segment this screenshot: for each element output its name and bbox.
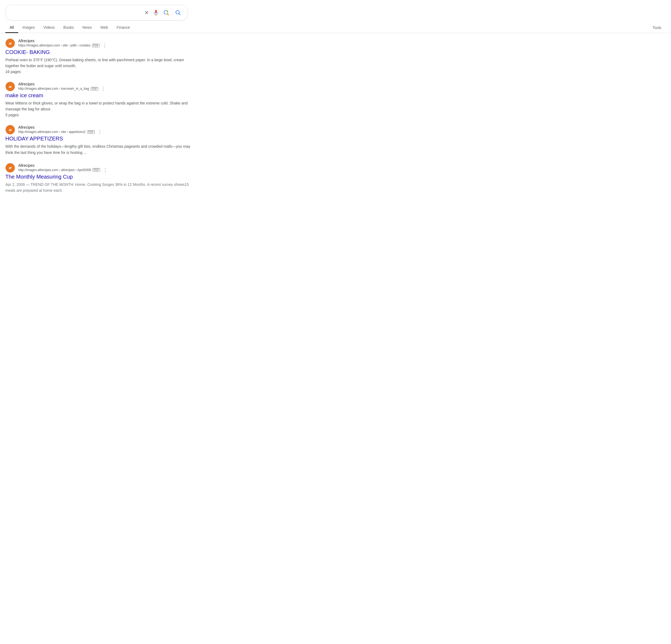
result-2-url-row: http://images.allrecipes.com › icecream_… — [18, 86, 106, 91]
result-2-site-info: Allrecipes http://images.allrecipes.com … — [18, 82, 106, 91]
allrecipes-logo-3: ar — [5, 125, 15, 135]
result-3-pdf-badge: PDF — [87, 130, 95, 134]
result-1-more-button[interactable]: ⋮ — [102, 43, 107, 48]
result-3-title[interactable]: HOLIDAY APPETIZERS — [5, 136, 199, 142]
lens-icon — [163, 9, 169, 16]
result-3-site-name: Allrecipes — [18, 125, 102, 129]
lens-button[interactable] — [163, 9, 169, 16]
mic-icon — [153, 9, 159, 16]
search-icons: ✕ — [144, 8, 183, 17]
result-1-site-name: Allrecipes — [18, 39, 107, 43]
result-4-url: http://images.allrecipes.com › allrecipe… — [18, 168, 91, 172]
result-1-url-row: https://images.allrecipes.com › site › p… — [18, 43, 107, 48]
search-input[interactable]: site:allrecipes.com inurl:pdf — [11, 10, 142, 15]
result-2-pages: 5 pages — [5, 113, 19, 117]
allrecipes-logo-4: ar — [5, 163, 15, 173]
svg-rect-0 — [155, 10, 157, 13]
result-4-more-button[interactable]: ⋮ — [103, 168, 107, 172]
result-2: ar Allrecipes http://images.allrecipes.c… — [5, 82, 199, 117]
tools-button[interactable]: Tools — [648, 23, 666, 33]
result-4-site-name: Allrecipes — [18, 163, 107, 168]
allrecipes-logo-2: ar — [5, 82, 15, 91]
tab-books[interactable]: Books — [59, 23, 78, 33]
result-1-pdf-badge: PDF — [92, 44, 100, 47]
result-1-url: https://images.allrecipes.com › site › p… — [18, 44, 90, 47]
result-1-pages: 16 pages — [5, 70, 21, 74]
allrecipes-logo-1: ar — [5, 38, 15, 48]
result-4-title[interactable]: The Monthly Measuring Cup — [5, 174, 199, 180]
svg-line-6 — [179, 14, 180, 15]
result-3-url: http://images.allrecipes.com › site › ap… — [18, 130, 86, 134]
tab-finance[interactable]: Finance — [112, 23, 135, 33]
result-4-url-row: http://images.allrecipes.com › allrecipe… — [18, 168, 107, 172]
result-3: ar Allrecipes http://images.allrecipes.c… — [5, 125, 199, 155]
result-1-desc: Preheat oven to 375°F (190°C). Grease ba… — [5, 57, 199, 69]
result-2-site: ar Allrecipes http://images.allrecipes.c… — [5, 82, 199, 91]
svg-line-4 — [167, 14, 169, 15]
result-3-site: ar Allrecipes http://images.allrecipes.c… — [5, 125, 199, 135]
result-3-desc: With the demands of the holidays—lengthy… — [5, 144, 199, 155]
search-bar: site:allrecipes.com inurl:pdf ✕ — [5, 5, 188, 21]
result-4-pdf-badge: PDF — [92, 168, 100, 172]
search-icon — [175, 10, 181, 15]
nav-tabs: All Images Videos Books News Web Finance… — [0, 21, 671, 33]
results-container: ar Allrecipes https://images.allrecipes.… — [0, 33, 204, 206]
result-2-title[interactable]: make ice cream — [5, 92, 199, 99]
clear-button[interactable]: ✕ — [144, 9, 149, 16]
result-4-site-info: Allrecipes http://images.allrecipes.com … — [18, 163, 107, 172]
search-button[interactable] — [173, 8, 183, 17]
tab-videos[interactable]: Videos — [39, 23, 59, 33]
tab-images[interactable]: Images — [18, 23, 39, 33]
result-3-url-row: http://images.allrecipes.com › site › ap… — [18, 129, 102, 134]
result-1-title[interactable]: COOKIE- BAKING — [5, 49, 199, 55]
result-1-site-info: Allrecipes https://images.allrecipes.com… — [18, 39, 107, 48]
result-1: ar Allrecipes https://images.allrecipes.… — [5, 38, 199, 74]
result-3-site-info: Allrecipes http://images.allrecipes.com … — [18, 125, 102, 134]
result-2-url: http://images.allrecipes.com › icecream_… — [18, 87, 89, 90]
result-2-desc: Wear Mittens or thick gloves, or wrap th… — [5, 100, 199, 112]
tab-news[interactable]: News — [78, 23, 96, 33]
result-4-desc: Apr 2, 2009 — TREND OF THE MONTH: Home. … — [5, 182, 199, 193]
result-4-site: ar Allrecipes http://images.allrecipes.c… — [5, 163, 199, 173]
result-3-more-button[interactable]: ⋮ — [98, 129, 102, 134]
clear-icon: ✕ — [144, 9, 149, 16]
result-2-pdf-badge: PDF — [91, 87, 98, 90]
result-2-more-button[interactable]: ⋮ — [101, 86, 106, 91]
result-2-site-name: Allrecipes — [18, 82, 106, 86]
result-4: ar Allrecipes http://images.allrecipes.c… — [5, 163, 199, 193]
tab-all[interactable]: All — [5, 23, 18, 33]
mic-button[interactable] — [153, 9, 159, 16]
tab-web[interactable]: Web — [96, 23, 112, 33]
search-bar-container: site:allrecipes.com inurl:pdf ✕ — [0, 0, 671, 21]
result-1-site: ar Allrecipes https://images.allrecipes.… — [5, 38, 199, 48]
